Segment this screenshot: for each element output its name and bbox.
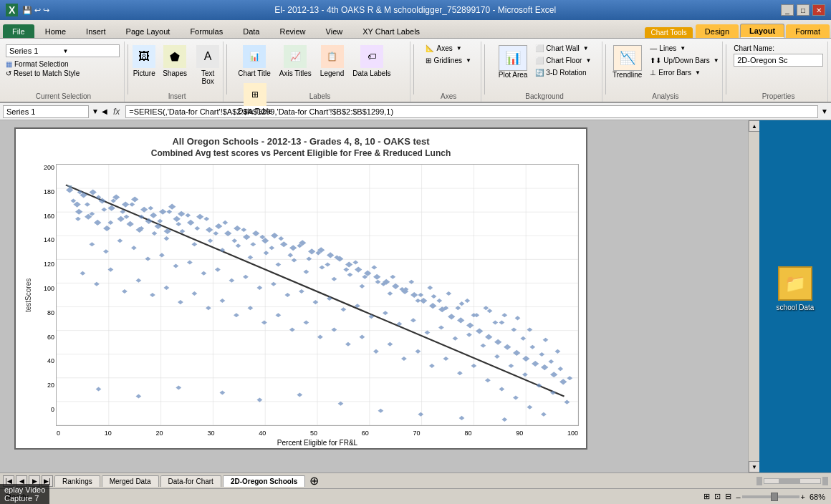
scroll-down-button[interactable]: ▼ [749,461,760,472]
up-down-bars-button[interactable]: ⬆⬇ Up/Down Bars ▼ [647,55,721,66]
gridlines-dropdown-arrow: ▼ [466,57,471,64]
title-bar-left: X 💾 ↩ ↪ [6,4,49,16]
save-icon[interactable]: 💾 [22,6,32,15]
sheet-tabs-bar: |◀ ◀ ▶ ▶| Rankings Merged Data Data-for … [0,472,831,488]
data-labels-button[interactable]: 🏷 Data Labels [349,43,394,79]
chart-title-line2: Combined Avg test scores vs Percent Elig… [23,148,579,158]
zoom-slider-thumb [771,493,778,501]
axis-titles-icon: 📈 [284,45,307,68]
h-scroll-left[interactable] [756,477,762,485]
chart-name-input[interactable] [734,54,823,67]
gridlines-button[interactable]: ⊞ Gridlines ▼ [423,55,474,66]
format-selection-button[interactable]: ▦ Format Selection [6,59,120,69]
tab-insert[interactable]: Insert [77,24,115,38]
insert-group-label: Insert [131,92,224,100]
desktop-icon-label: school Data [777,304,815,311]
chart-floor-icon: ⬜ [535,57,544,64]
sheet-tab-rankings[interactable]: Rankings [54,475,100,487]
error-bars-arrow: ▼ [695,69,701,76]
excel-logo-icon: X [6,4,18,16]
grid-icon[interactable]: ⊞ [703,492,710,501]
tab-file[interactable]: File [3,24,34,38]
plot-area-icon: 📊 [499,45,527,71]
sheet-area: All Oregon Schools - 2012-13 - Grades 4,… [0,120,748,472]
labels-group-label: Labels [230,92,410,100]
3d-icon: 🔄 [535,69,544,77]
trendline-button[interactable]: 📉 Trendline [609,43,645,81]
tab-home[interactable]: Home [36,24,75,38]
minimize-button[interactable]: _ [781,4,794,16]
h-scroll-track[interactable] [764,478,821,484]
status-right: ⊞ ⊡ ⊟ – + 68% [703,492,825,501]
tab-data[interactable]: Data [234,24,269,38]
chart-name-label: Chart Name: [734,44,823,52]
properties-group-label: Properties [729,92,827,100]
picture-button[interactable]: 🖼 Picture [130,43,158,79]
plot-area-button[interactable]: 📊 Plot Area [495,43,532,81]
name-box-arrow[interactable]: ▼ [92,107,99,115]
tab-review[interactable]: Review [270,24,314,38]
school-data-icon[interactable]: 📁 school Data [774,263,817,314]
h-scroll-right[interactable] [822,477,828,485]
background-group-label: Background [488,92,602,100]
h-scroll-thumb [779,479,800,483]
reset-to-match-button[interactable]: ↺ Reset to Match Style [6,69,120,78]
chart-floor-button[interactable]: ⬜ Chart Floor ▼ [532,55,594,66]
axes-group-label: Axes [417,92,481,100]
axis-titles-button[interactable]: 📈 Axis Titles [276,43,315,79]
chart-floor-arrow: ▼ [585,57,591,64]
undo-icon[interactable]: ↩ [34,6,41,15]
current-selection-label: Current Selection [3,92,124,100]
scroll-track[interactable] [749,132,759,461]
folder-icon: 📁 [778,266,812,301]
page-break-icon[interactable]: ⊟ [725,492,731,501]
dropdown-arrow-icon: ▼ [63,48,117,54]
zoom-control[interactable]: – + 68% [736,493,825,501]
textbox-icon: A [196,45,219,68]
ribbon-tabs: File Home Insert Page Layout Formulas Da… [0,20,831,39]
vertical-scrollbar[interactable]: ▲ ▼ [748,120,759,472]
tab-design[interactable]: Design [696,24,739,38]
chart-wall-button[interactable]: ⬜ Chart Wall ▼ [532,43,594,54]
series-dropdown[interactable]: Series 1 ▼ [6,44,120,57]
zoom-in-button[interactable]: + [801,493,805,501]
scroll-left-btn[interactable]: ◀ [102,107,107,115]
shapes-button[interactable]: ⬟ Shapes [160,43,190,79]
tab-format[interactable]: Format [786,24,830,38]
properties-group: Chart Name: Properties [729,42,828,102]
tab-view[interactable]: View [317,24,352,38]
sheet-tab-2d-oregon-schools[interactable]: 2D-Oregon Schools [223,475,305,487]
tab-xy-chart-labels[interactable]: XY Chart Labels [353,24,429,38]
zoom-out-button[interactable]: – [736,493,740,501]
current-selection-group: Series 1 ▼ ▦ Format Selection ↺ Reset to… [3,42,125,102]
page-layout-icon[interactable]: ⊡ [714,492,721,501]
tab-formulas[interactable]: Formulas [181,24,232,38]
name-box[interactable]: Series 1 [3,105,89,118]
chart-container[interactable]: All Oregon Schools - 2012-13 - Grades 4,… [14,127,587,450]
lines-icon: — [650,44,657,52]
sheet-tab-merged-data[interactable]: Merged Data [102,475,159,487]
zoom-slider-track[interactable] [742,495,799,498]
sheet-tab-data-for-chart[interactable]: Data-for Chart [160,475,221,487]
tab-page-layout[interactable]: Page Layout [117,24,180,38]
text-box-button[interactable]: A Text Box [191,43,224,87]
lines-arrow: ▼ [680,45,686,52]
chart-title-button[interactable]: 📊 Chart Title [234,43,274,79]
close-button[interactable]: ✕ [812,4,825,16]
reset-icon: ↺ [6,69,11,77]
three-d-rotation-button[interactable]: 🔄 3-D Rotation [532,67,594,78]
axes-group: 📐 Axes ▼ ⊞ Gridlines ▼ Axes [417,42,481,102]
tab-layout[interactable]: Layout [740,24,784,38]
error-bars-button[interactable]: ⊥ Error Bars ▼ [647,67,721,78]
legend-button[interactable]: 📋 Legend [317,43,347,79]
chart-wall-icon: ⬜ [535,44,544,52]
lines-button[interactable]: — Lines ▼ [647,43,721,54]
add-sheet-button[interactable]: ⊕ [309,474,319,488]
formula-input[interactable] [125,105,818,118]
background-group: 📊 Plot Area ⬜ Chart Wall ▼ ⬜ Chart Floor… [488,42,602,102]
redo-icon[interactable]: ↪ [43,6,49,15]
maximize-button[interactable]: □ [797,4,810,16]
axes-button[interactable]: 📐 Axes ▼ [423,43,464,54]
scroll-up-button[interactable]: ▲ [749,120,760,132]
formula-expand-btn[interactable]: ▼ [821,107,828,115]
